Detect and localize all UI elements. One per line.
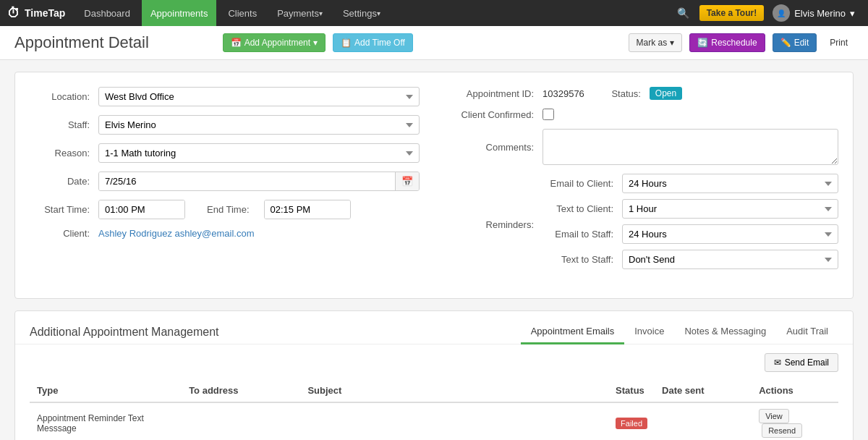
cell-actions: View Resend [752,402,838,440]
tab-audit-trail[interactable]: Audit Trail [776,320,838,344]
client-row: Client: Ashley Rodriguez ashley@email.co… [30,228,420,239]
client-link[interactable]: Ashley Rodriguez ashley@email.com [98,228,255,239]
add-icon: 📅 [231,38,242,48]
appointment-id-row: Appointment ID: 10329576 Status: Open [456,87,838,100]
edit-button[interactable]: ✏️ Edit [773,33,817,52]
detail-grid: Location: West Blvd Office Staff: Elvis … [30,87,838,284]
reminders-container: Email to Client: 24 Hours Text to Client… [542,174,838,275]
navbar: ⏱ TimeTap Dashboard Appointments Clients… [0,0,868,26]
calendar-icon[interactable]: 📅 [395,172,419,190]
end-time-input[interactable] [265,200,351,219]
date-input-wrap: 📅 [98,172,420,191]
timeoff-icon: 📋 [341,38,352,48]
user-menu[interactable]: 👤 Elvis Merino ▾ [767,4,861,22]
email-client-row: Email to Client: 24 Hours [542,174,838,193]
email-staff-select[interactable]: 24 Hours [622,224,838,244]
email-table: Type To address Subject Status Date sent… [30,379,838,440]
additional-title: Additional Appointment Management [30,326,521,339]
cell-status: Failed [608,402,655,440]
reason-select[interactable]: 1-1 Math tutoring [98,143,420,163]
date-input[interactable] [99,172,395,190]
client-confirmed-row: Client Confirmed: [456,109,838,120]
text-staff-row: Text to Staff: Don't Send [542,250,838,269]
reason-row: Reason: 1-1 Math tutoring [30,143,420,163]
start-time-wrap: 🕐 [98,200,185,219]
tab-appointment-emails[interactable]: Appointment Emails [521,320,625,344]
client-email: ashley@email.com [175,228,255,239]
table-body: Appointment Reminder Text Messsage Faile… [30,402,838,440]
text-staff-label: Text to Staff: [542,254,622,265]
reason-label: Reason: [30,148,98,158]
page-header: Appointment Detail 📅 Add Appointment 📋 A… [0,26,868,60]
time-row: Start Time: 🕐 End Time: 🕐 [30,200,420,219]
text-client-row: Text to Client: 1 Hour [542,199,838,219]
nav-payments[interactable]: Payments [268,0,331,26]
table-row: Appointment Reminder Text Messsage Faile… [30,402,838,440]
user-menu-arrow: ▾ [850,8,855,19]
mark-as-button[interactable]: Mark as [629,33,683,52]
location-label: Location: [30,91,98,102]
start-time-input[interactable] [99,200,185,219]
reminders-group: Reminders: Email to Client: 24 Hours Tex… [456,174,838,275]
avatar: 👤 [773,4,790,22]
email-staff-row: Email to Staff: 24 Hours [542,224,838,244]
send-email-button[interactable]: ✉ Send Email [765,353,838,372]
start-time-label: Start Time: [30,204,98,215]
reschedule-button[interactable]: 🔄 Reschedule [689,33,765,52]
staff-row: Staff: Elvis Merino [30,115,420,135]
comments-label: Comments: [456,142,542,153]
col-date-sent: Date sent [655,379,752,402]
detail-card: Location: West Blvd Office Staff: Elvis … [14,72,854,299]
resend-button[interactable]: Resend [762,423,802,438]
appt-id-value: 10329576 [542,88,584,99]
text-client-select[interactable]: 1 Hour [622,199,838,219]
email-client-select[interactable]: 24 Hours [622,174,838,193]
end-time-wrap: 🕐 [264,200,351,219]
additional-header: Additional Appointment Management Appoin… [15,311,853,344]
location-select[interactable]: West Blvd Office [98,87,420,106]
status-badge: Failed [616,418,647,429]
client-name: Ashley Rodriguez [98,228,172,239]
cell-date-sent [655,402,752,440]
text-staff-select[interactable]: Don't Send [622,250,838,269]
brand-name: TimeTap [25,7,65,19]
add-time-off-button[interactable]: 📋 Add Time Off [333,33,413,52]
confirmed-label: Client Confirmed: [456,109,542,120]
col-type: Type [30,379,182,402]
location-row: Location: West Blvd Office [30,87,420,106]
left-column: Location: West Blvd Office Staff: Elvis … [30,87,420,284]
tour-button[interactable]: Take a Tour! [699,5,765,21]
nav-clients[interactable]: Clients [219,0,265,26]
text-client-label: Text to Client: [542,203,622,214]
status-label: Status: [606,88,650,99]
search-icon[interactable]: 🔍 [670,7,697,19]
brand: ⏱ TimeTap [7,6,65,21]
tab-bar: Appointment Emails Invoice Notes & Messa… [521,320,838,344]
main-content: Location: West Blvd Office Staff: Elvis … [0,60,868,440]
edit-icon: ✏️ [780,38,791,48]
additional-body: ✉ Send Email Type To address Subject Sta… [15,344,853,440]
send-email-bar: ✉ Send Email [30,353,838,372]
email-client-label: Email to Client: [542,178,622,189]
comments-textarea[interactable] [542,129,838,165]
tab-invoice[interactable]: Invoice [624,320,674,344]
right-column: Appointment ID: 10329576 Status: Open Cl… [448,87,838,284]
confirmed-checkbox[interactable] [542,109,554,120]
user-name: Elvis Merino [794,8,846,19]
view-button[interactable]: View [759,409,789,423]
staff-select[interactable]: Elvis Merino [98,115,420,135]
comments-row: Comments: [456,129,838,165]
cell-type: Appointment Reminder Text Messsage [30,402,182,440]
col-to: To address [182,379,300,402]
nav-appointments[interactable]: Appointments [142,0,217,26]
print-button[interactable]: Print [824,34,854,51]
table-header: Type To address Subject Status Date sent… [30,379,838,402]
tab-notes-messaging[interactable]: Notes & Messaging [674,320,776,344]
add-appointment-button[interactable]: 📅 Add Appointment [223,33,326,52]
status-badge: Open [650,87,682,100]
reschedule-icon: 🔄 [697,38,708,48]
cell-to [182,402,300,440]
nav-settings[interactable]: Settings [334,0,389,26]
staff-label: Staff: [30,119,98,130]
nav-dashboard[interactable]: Dashboard [75,0,139,26]
